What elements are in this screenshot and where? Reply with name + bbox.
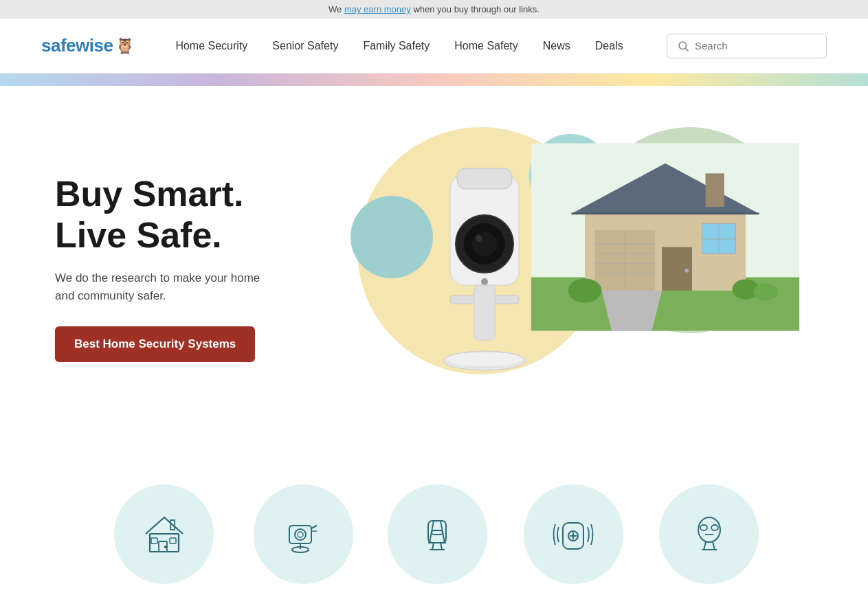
svg-point-8 (481, 278, 488, 285)
search-input[interactable] (695, 40, 816, 52)
nav-item-deals[interactable]: Deals (595, 40, 623, 52)
category-kid-pet-safety[interactable]: Kid & PetSafety (388, 484, 487, 595)
svg-rect-50 (432, 530, 443, 535)
search-icon (677, 40, 689, 52)
hero-title: Buy Smart. Live Safe. (55, 174, 316, 256)
main-nav: Home Security Senior Safety Family Safet… (175, 40, 667, 52)
remote-icon (549, 510, 597, 559)
hero-section: Buy Smart. Live Safe. We do the research… (0, 86, 868, 464)
category-home-security[interactable]: Home Security (109, 484, 219, 595)
svg-line-63 (704, 542, 706, 550)
hero-text: Buy Smart. Live Safe. We do the research… (55, 174, 316, 363)
svg-point-6 (472, 232, 497, 256)
svg-point-33 (754, 283, 778, 300)
svg-rect-40 (289, 526, 311, 543)
svg-rect-47 (428, 521, 446, 543)
carseat-icon (413, 510, 461, 559)
svg-line-52 (432, 543, 434, 550)
owl-icon: 🦉 (115, 37, 134, 55)
svg-point-61 (711, 525, 718, 530)
nav-item-family-safety[interactable]: Family Safety (363, 40, 430, 52)
logo-text: safewise (41, 35, 113, 56)
affiliate-banner: We may earn money when you buy through o… (0, 0, 868, 19)
svg-point-7 (476, 235, 482, 242)
category-circle-home-security (114, 484, 214, 584)
svg-rect-36 (151, 538, 157, 543)
svg-rect-30 (706, 173, 724, 207)
nav-item-news[interactable]: News (543, 40, 570, 52)
svg-point-31 (568, 278, 602, 302)
nav-item-home-safety[interactable]: Home Safety (454, 40, 518, 52)
svg-point-42 (298, 532, 303, 537)
category-personal-safety[interactable]: PersonalSafety (659, 484, 759, 595)
category-circle-kid-pet-safety (388, 484, 487, 584)
gradient-bar (0, 74, 868, 86)
categories-section: Home Security SecurityCameras (0, 464, 868, 595)
svg-rect-37 (170, 538, 176, 543)
category-security-cameras[interactable]: SecurityCameras (254, 484, 353, 595)
svg-line-64 (713, 542, 715, 550)
svg-line-53 (441, 543, 442, 550)
house-icon (140, 510, 188, 559)
logo-link[interactable]: safewise 🦉 (41, 35, 134, 56)
hero-cta-button[interactable]: Best Home Security Systems (55, 326, 255, 362)
svg-line-1 (685, 48, 688, 51)
affiliate-link[interactable]: may earn money (344, 4, 411, 14)
hero-subtitle: We do the research to make your home and… (55, 269, 275, 304)
camera-icon (279, 510, 327, 559)
svg-point-26 (685, 269, 689, 273)
svg-rect-34 (150, 534, 179, 552)
svg-line-45 (311, 526, 317, 528)
search-box (667, 34, 827, 58)
svg-point-39 (165, 546, 166, 547)
house-image (531, 134, 799, 340)
mask-icon (685, 510, 733, 559)
svg-rect-10 (474, 285, 495, 340)
category-circle-security-cameras (254, 484, 353, 584)
svg-rect-3 (457, 168, 512, 189)
category-senior-safety[interactable]: Senior Safety (522, 484, 625, 595)
nav-item-home-security[interactable]: Home Security (175, 40, 247, 52)
svg-point-41 (295, 529, 306, 540)
nav-item-senior-safety[interactable]: Senior Safety (272, 40, 338, 52)
camera-image (405, 148, 564, 412)
category-circle-personal-safety (659, 484, 759, 584)
svg-point-0 (679, 42, 687, 49)
category-circle-senior-safety (524, 484, 623, 584)
svg-point-60 (700, 525, 707, 530)
hero-visual (316, 113, 813, 423)
site-header: safewise 🦉 Home Security Senior Safety F… (0, 19, 868, 74)
svg-point-12 (447, 352, 522, 366)
